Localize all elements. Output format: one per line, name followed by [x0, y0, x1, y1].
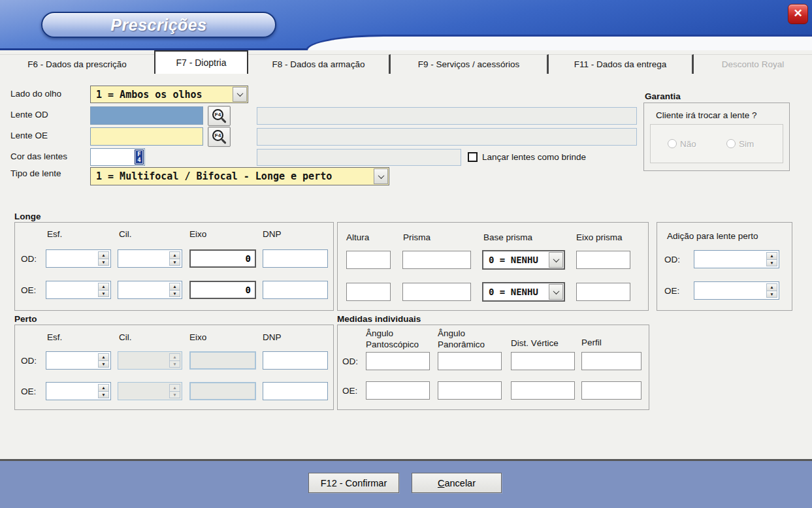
- brinde-checkbox[interactable]: [468, 152, 478, 162]
- spin-up-icon[interactable]: ▲: [766, 252, 777, 259]
- f4-label: F4: [215, 133, 221, 138]
- longe-oe-esf-spinner[interactable]: ▲▼: [46, 281, 111, 299]
- lente-oe-input[interactable]: [90, 127, 203, 146]
- perto-oe-esf-spinner[interactable]: ▲▼: [46, 382, 111, 400]
- medidas-oe-perfil-input[interactable]: [581, 381, 641, 400]
- spin-down-icon[interactable]: ▼: [98, 290, 109, 298]
- prisma-oe-prisma-input[interactable]: [402, 283, 471, 301]
- perto-od-esf-spinner[interactable]: ▲▼: [46, 351, 111, 370]
- lente-od-f4-search-button[interactable]: F4: [208, 106, 231, 126]
- medidas-od-dist-vertice-input[interactable]: [511, 352, 575, 370]
- longe-od-eixo-input[interactable]: [189, 249, 256, 268]
- tab-f9-servicos-acessorios[interactable]: F9 - Serviços / acessórios: [391, 54, 549, 74]
- spinner-buttons[interactable]: ▲▼: [169, 251, 180, 266]
- medidas-od-pantoscopico-input[interactable]: [366, 352, 430, 370]
- spin-up-icon[interactable]: ▲: [98, 384, 109, 391]
- longe-oe-esf-input[interactable]: [48, 283, 97, 297]
- adicao-oe-spinner[interactable]: ▲▼: [694, 281, 779, 300]
- spin-up-icon[interactable]: ▲: [169, 283, 180, 290]
- dropdown-button[interactable]: [233, 87, 247, 102]
- spin-down-icon[interactable]: ▼: [169, 259, 180, 266]
- confirm-button[interactable]: F12 - Confirmar: [308, 473, 399, 493]
- longe-od-cil-input[interactable]: [120, 251, 169, 266]
- spin-up-icon[interactable]: ▲: [98, 353, 109, 360]
- longe-oe-eixo-input[interactable]: [189, 281, 256, 299]
- longe-od-dnp-input[interactable]: [263, 249, 328, 268]
- spin-down-icon[interactable]: ▼: [98, 391, 109, 399]
- spinner-buttons[interactable]: ▲▼: [169, 283, 180, 297]
- prisma-od-altura-input[interactable]: [346, 251, 391, 269]
- spin-down-icon[interactable]: ▼: [98, 259, 109, 266]
- longe-od-cil-spinner[interactable]: ▲▼: [118, 249, 182, 268]
- longe-header-dnp: DNP: [263, 229, 282, 239]
- spinner-buttons[interactable]: ▲▼: [766, 252, 777, 266]
- footer-bar: F12 - Confirmar Cancelar: [0, 461, 812, 508]
- longe-oe-row-label: OE:: [21, 285, 36, 295]
- perto-od-dnp-input[interactable]: [263, 351, 328, 370]
- adicao-oe-input[interactable]: [696, 283, 766, 298]
- lente-od-input[interactable]: [90, 106, 203, 125]
- tab-f8-dados-da-armacao[interactable]: F8 - Dados da armação: [248, 54, 391, 74]
- spinner-buttons[interactable]: ▲▼: [98, 384, 109, 398]
- adicao-od-spinner[interactable]: ▲▼: [694, 250, 779, 268]
- adicao-od-input[interactable]: [696, 252, 766, 266]
- prisma-od-base-select[interactable]: 0 = NENHU: [482, 250, 565, 270]
- cancel-button[interactable]: Cancelar: [412, 473, 502, 493]
- prisma-oe-base-select[interactable]: 0 = NENHU: [482, 282, 565, 302]
- spin-down-icon[interactable]: ▼: [766, 291, 777, 298]
- cancel-button-label: ancelar: [444, 478, 476, 488]
- dropdown-button[interactable]: [549, 252, 563, 268]
- spin-up-icon[interactable]: ▲: [169, 251, 180, 259]
- longe-oe-dnp-input[interactable]: [263, 281, 328, 299]
- perto-header-esf: Esf.: [47, 332, 62, 342]
- close-button[interactable]: ✕: [788, 4, 808, 24]
- spinner-buttons[interactable]: ▲▼: [98, 283, 109, 297]
- dropdown-button[interactable]: [549, 284, 563, 300]
- spin-down-icon[interactable]: ▼: [98, 360, 109, 368]
- medidas-oe-dist-vertice-input[interactable]: [511, 381, 575, 400]
- medidas-od-panoramico-input[interactable]: [438, 352, 502, 370]
- lente-od-description-field: [257, 107, 637, 125]
- garantia-nao-radio: [668, 139, 677, 148]
- tab-label: F7 - Dioptria: [176, 57, 226, 68]
- spin-up-icon[interactable]: ▲: [98, 283, 109, 290]
- prisma-od-prisma-input[interactable]: [402, 251, 471, 269]
- dropdown-button[interactable]: [374, 168, 388, 184]
- longe-od-esf-spinner[interactable]: ▲▼: [46, 249, 111, 268]
- garantia-group-label: Garantia: [645, 91, 681, 101]
- prisma-oe-altura-input[interactable]: [346, 283, 391, 301]
- perto-oe-esf-input[interactable]: [48, 384, 97, 398]
- prisma-oe-eixo-input[interactable]: [576, 283, 630, 301]
- lente-od-label: Lente OD: [10, 110, 48, 119]
- tab-f6-dados-da-prescricao[interactable]: F6 - Dados da prescrição: [0, 54, 154, 74]
- medidas-header-panoramico-l2: Panorâmico: [438, 340, 485, 349]
- spin-down-icon[interactable]: ▼: [766, 259, 777, 267]
- longe-group-label: Longe: [14, 212, 41, 221]
- magnifier-handle-icon: [221, 118, 226, 123]
- spinner-buttons[interactable]: ▲▼: [98, 353, 109, 368]
- spin-down-icon[interactable]: ▼: [169, 290, 180, 298]
- spinner-buttons[interactable]: ▲▼: [98, 251, 109, 266]
- medidas-oe-panoramico-input[interactable]: [438, 381, 502, 400]
- chevron-down-icon: [378, 172, 384, 179]
- tab-f7-dioptria[interactable]: F7 - Dioptria: [154, 50, 248, 74]
- lado-do-olho-select[interactable]: 1 = Ambos os olhos: [90, 86, 248, 103]
- f4-cursor-badge: F 4: [135, 150, 144, 165]
- perto-oe-dnp-input[interactable]: [263, 382, 328, 400]
- medidas-od-perfil-input[interactable]: [581, 352, 641, 370]
- spin-up-icon[interactable]: ▲: [766, 283, 777, 291]
- longe-oe-cil-input[interactable]: [120, 283, 169, 297]
- cor-das-lentes-input[interactable]: F 4: [90, 148, 145, 166]
- prisma-od-eixo-input[interactable]: [576, 251, 630, 269]
- longe-od-esf-input[interactable]: [48, 251, 97, 266]
- lente-oe-f4-search-button[interactable]: F4: [208, 127, 231, 147]
- longe-oe-cil-spinner[interactable]: ▲▼: [118, 281, 182, 299]
- tab-f11-dados-da-entrega[interactable]: F11 - Dados da entrega: [549, 54, 694, 74]
- spin-up-icon[interactable]: ▲: [98, 251, 109, 259]
- tipo-de-lente-select[interactable]: 1 = Multifocal / Bifocal - Longe e perto: [90, 167, 389, 185]
- medidas-oe-pantoscopico-input[interactable]: [366, 381, 430, 400]
- tab-bar: F6 - Dados da prescrição F7 - Dioptria F…: [0, 50, 812, 74]
- spinner-buttons[interactable]: ▲▼: [766, 283, 777, 298]
- perto-od-esf-input[interactable]: [48, 353, 97, 368]
- perto-od-row-label: OD:: [21, 356, 37, 366]
